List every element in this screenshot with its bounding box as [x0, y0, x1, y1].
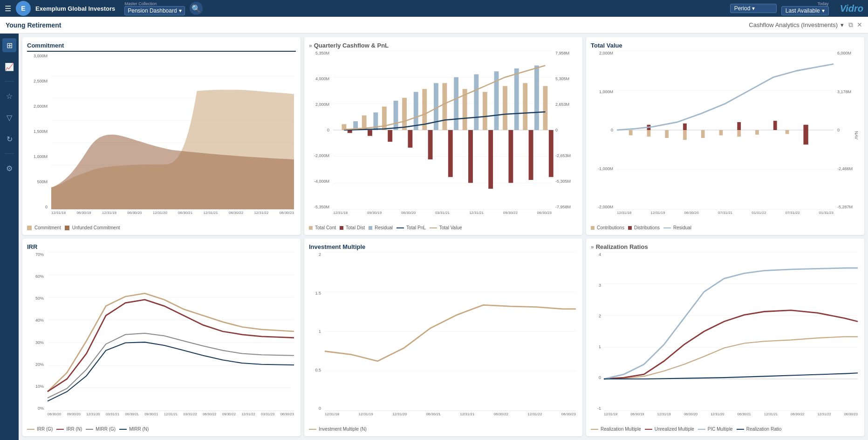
- quarterly-x-axis: 12/31/1809/30/1906/30/2003/31/2112/31/21…: [333, 209, 552, 223]
- svg-rect-30: [388, 130, 392, 142]
- total-value-svg-area: [617, 51, 834, 209]
- realization-legend: Realization Multiple Unrealized Multiple…: [591, 426, 860, 432]
- sidebar-icon-filter[interactable]: ▽: [2, 110, 16, 124]
- sidebar: ⊞ 📈 ☆ ▽ ↻ ⚙: [0, 34, 19, 440]
- svg-rect-61: [755, 130, 759, 135]
- total-value-y-right: 6,000M3,178M0-2,466M-5,287M: [835, 51, 860, 209]
- svg-rect-44: [454, 77, 458, 130]
- investment-multiple-area: 21.510.50 12/31/1812/31/1912/31/2006/30/…: [309, 252, 578, 425]
- nav-label: NAV: [854, 131, 859, 139]
- chevron-down-icon: ▾: [841, 21, 844, 28]
- svg-rect-65: [683, 124, 687, 130]
- sidebar-icon-settings[interactable]: ⚙: [2, 161, 16, 175]
- svg-rect-45: [474, 74, 478, 130]
- svg-rect-22: [443, 83, 447, 130]
- close-icon[interactable]: ✕: [857, 21, 862, 29]
- total-value-panel: Total Value 2,000M1,000M0-1,000M-2,000M …: [586, 37, 864, 235]
- svg-rect-36: [508, 130, 513, 183]
- total-value-title: Total Value: [591, 42, 860, 49]
- commitment-chart-area: 3,000M2,500M2,000M1,500M1,000M500M0: [27, 54, 296, 223]
- analytics-selector: Cashflow Analytics (Investments) ▾: [749, 21, 844, 28]
- date-selector: Today Last Available ▾: [781, 1, 829, 15]
- collection-selector[interactable]: Master Collection Pension Dashboard ▾: [124, 1, 185, 15]
- collection-label: Master Collection: [124, 1, 185, 6]
- sidebar-icon-grid[interactable]: ⊞: [2, 38, 16, 52]
- irr-chart-panel: IRR 70%60%50%40%30%20%10%0%: [22, 239, 301, 436]
- portfolio-name: Young Retirement: [6, 21, 749, 29]
- total-value-x-axis: 12/31/1812/31/1906/30/2007/31/2101/31/22…: [617, 209, 834, 223]
- realization-ratios-title: » Realization Ratios: [591, 243, 860, 250]
- investment-multiple-y-axis: 21.510.50: [309, 252, 323, 411]
- quarterly-cashflow-panel: » Quarterly Cashflow & PnL 5,350M4,000M2…: [304, 37, 582, 235]
- search-button[interactable]: 🔍: [190, 2, 203, 15]
- quarterly-y-axis-left: 5,350M4,000M2,000M0-2,000M-4,000M-5,350M: [309, 51, 331, 209]
- sidebar-divider-1: [5, 81, 14, 82]
- subtitle-bar: Young Retirement Cashflow Analytics (Inv…: [0, 17, 868, 34]
- svg-rect-29: [368, 130, 372, 136]
- last-available-dropdown[interactable]: Last Available ▾: [781, 6, 829, 15]
- svg-rect-63: [803, 125, 808, 145]
- quarterly-cashflow-legend: Total Cont Total Dist Residual Total PnL…: [309, 225, 578, 230]
- svg-rect-56: [665, 130, 669, 138]
- chevron-down-icon: ▾: [179, 7, 182, 14]
- svg-rect-26: [523, 83, 527, 130]
- commitment-svg-area: [51, 54, 294, 209]
- chevron-down-icon: ▾: [822, 7, 825, 14]
- total-value-area: 2,000M1,000M0-1,000M-2,000M 6,000M3,178M…: [591, 51, 860, 223]
- svg-rect-60: [737, 130, 741, 137]
- svg-rect-58: [701, 130, 705, 138]
- svg-rect-27: [543, 86, 547, 130]
- irr-legend: IRR (G) IRR (N) MIRR (G) MIRR (N): [27, 426, 296, 432]
- main-layout: ⊞ 📈 ☆ ▽ ↻ ⚙ Commitment 3,000M2,500M2,000…: [0, 34, 868, 440]
- external-link-icon[interactable]: ⧉: [848, 21, 853, 29]
- subtitle-action-icons: ⧉ ✕: [848, 21, 862, 29]
- svg-rect-25: [503, 86, 507, 130]
- svg-rect-35: [488, 130, 493, 189]
- realization-svg-area: [604, 252, 858, 411]
- commitment-x-axis: 12/31/1806/30/1912/31/1906/30/2012/31/20…: [51, 209, 294, 223]
- svg-rect-66: [737, 122, 741, 130]
- topbar: ☰ E Exemplum Global Investors Master Col…: [0, 0, 868, 17]
- sidebar-icon-refresh[interactable]: ↻: [2, 132, 16, 146]
- svg-rect-41: [394, 101, 398, 130]
- svg-rect-48: [534, 65, 539, 130]
- svg-rect-32: [428, 130, 433, 159]
- sidebar-icon-star[interactable]: ☆: [2, 89, 16, 103]
- irr-y-axis: 70%60%50%40%30%20%10%0%: [27, 252, 46, 411]
- period-dropdown[interactable]: Period ▾: [730, 4, 777, 13]
- realization-ratios-area: 43210-1: [591, 252, 860, 425]
- irr-chart-title: IRR: [27, 243, 296, 250]
- collection-dropdown[interactable]: Pension Dashboard ▾: [124, 6, 185, 15]
- svg-rect-24: [483, 92, 487, 130]
- realization-y-axis: 43210-1: [591, 252, 602, 411]
- total-value-legend: Contributions Distributions Residual: [591, 225, 860, 230]
- quarterly-svg-area: [333, 51, 552, 209]
- investment-multiple-title: Investment Multiple: [309, 243, 578, 250]
- commitment-chart-panel: Commitment 3,000M2,500M2,000M1,500M1,000…: [22, 37, 301, 235]
- quarterly-y-axis-right: 7,958M5,305M2,653M0-2,653M-5,305M-7,958M: [554, 51, 578, 209]
- today-label: Today: [818, 1, 829, 6]
- commitment-legend: Commitment Unfunded Commitment: [27, 225, 296, 230]
- sidebar-divider-2: [5, 153, 14, 154]
- svg-rect-42: [414, 92, 418, 130]
- investment-multiple-panel: Investment Multiple 21.510.50: [304, 239, 582, 436]
- investment-multiple-x-axis: 12/31/1812/31/1912/31/2006/30/2112/31/21…: [325, 411, 576, 425]
- investment-multiple-svg-area: [325, 252, 576, 411]
- commitment-chart-title: Commitment: [27, 42, 296, 52]
- svg-rect-33: [448, 130, 453, 177]
- quarterly-cashflow-area: 5,350M4,000M2,000M0-2,000M-4,000M-5,350M…: [309, 51, 578, 223]
- investment-multiple-legend: Investment Multiple (N): [309, 426, 578, 432]
- logo-icon: E: [16, 1, 31, 16]
- chevron-down-icon: ▾: [752, 5, 755, 12]
- svg-rect-31: [408, 130, 412, 148]
- svg-rect-34: [468, 130, 473, 183]
- menu-icon[interactable]: ☰: [5, 4, 11, 13]
- expand-icon: »: [591, 244, 594, 250]
- svg-rect-38: [549, 130, 554, 177]
- svg-rect-47: [514, 69, 519, 130]
- vidro-logo: Vidro: [840, 3, 863, 14]
- total-value-y-left: 2,000M1,000M0-1,000M-2,000M: [591, 51, 615, 209]
- sidebar-icon-chart[interactable]: 📈: [2, 60, 16, 74]
- irr-svg-area: [48, 252, 294, 411]
- svg-rect-20: [402, 98, 407, 130]
